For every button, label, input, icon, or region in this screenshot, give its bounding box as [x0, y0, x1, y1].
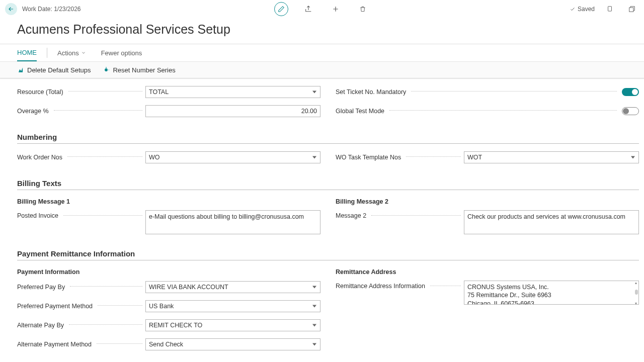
menu-actions[interactable]: Actions — [57, 49, 86, 57]
alt-method-label: Alternate Payment Method — [17, 341, 95, 348]
alt-method-select[interactable]: Send Check — [145, 338, 320, 350]
svg-rect-1 — [629, 8, 633, 12]
overage-input[interactable] — [145, 105, 320, 117]
alt-pay-by-label: Alternate Pay By — [17, 322, 67, 329]
billing-msg1-header: Billing Message 1 — [17, 198, 320, 205]
pref-pay-by-label: Preferred Pay By — [17, 284, 68, 291]
chevron-down-icon — [81, 50, 86, 55]
pref-method-label: Preferred Payment Method — [17, 303, 96, 310]
set-ticket-toggle[interactable] — [622, 88, 639, 96]
alt-pay-by-select[interactable]: REMIT CHECK TO — [145, 319, 320, 331]
resource-total-label: Resource (Total) — [17, 88, 66, 96]
billing-msg2-header: Billing Message 2 — [336, 198, 639, 205]
edit-icon[interactable] — [274, 2, 288, 16]
scroll-down-icon[interactable]: ▾ — [634, 302, 638, 305]
expand-icon[interactable] — [625, 2, 639, 16]
delete-setups-icon — [17, 66, 24, 73]
reset-number-series-button[interactable]: Reset Number Series — [103, 66, 175, 74]
wo-nos-label: Work Order Nos — [17, 154, 65, 161]
svg-rect-0 — [608, 7, 612, 11]
global-test-toggle[interactable] — [622, 107, 639, 115]
posted-invoice-label: Posted Invoice — [17, 210, 61, 219]
message2-label: Message 2 — [336, 210, 369, 219]
new-icon[interactable] — [329, 2, 343, 16]
wo-task-label: WO Task Template Nos — [336, 154, 404, 161]
resource-total-select[interactable]: TOTAL — [145, 86, 320, 98]
numbering-header: Numbering — [17, 133, 639, 144]
menu-fewer-options[interactable]: Fewer options — [101, 49, 142, 57]
pref-method-select[interactable]: US Bank — [145, 300, 320, 312]
payment-info-header: Payment Information — [17, 268, 320, 276]
pin-icon[interactable] — [603, 2, 617, 16]
saved-indicator: Saved — [570, 6, 595, 13]
scroll-up-icon[interactable]: ▴ — [634, 282, 638, 285]
message2-textarea[interactable] — [464, 210, 639, 234]
billing-header: Billing Texts — [17, 179, 639, 190]
work-date: Work Date: 1/23/2026 — [22, 6, 81, 13]
payment-header: Payment Remittance Information — [17, 249, 639, 260]
share-icon[interactable] — [301, 2, 315, 16]
remit-addr-header: Remittance Address — [336, 268, 639, 276]
remit-addr-textarea[interactable] — [464, 281, 639, 305]
delete-default-setups-button[interactable]: Delete Default Setups — [17, 66, 91, 74]
posted-invoice-textarea[interactable] — [145, 210, 320, 234]
pref-pay-by-select[interactable]: WIRE VIA BANK ACCOUNT — [145, 281, 320, 293]
page-title: Acumens Professional Services Setup — [0, 18, 644, 44]
reset-numbers-icon — [103, 66, 110, 73]
delete-icon[interactable] — [356, 2, 370, 16]
scrollbar-thumb[interactable] — [635, 290, 638, 295]
back-button[interactable] — [5, 3, 17, 15]
remit-addr-label: Remittance Address Information — [336, 281, 428, 290]
global-test-label: Global Test Mode — [336, 108, 387, 115]
menu-home[interactable]: HOME — [17, 44, 37, 61]
overage-label: Overage % — [17, 108, 52, 115]
set-ticket-label: Set Ticket No. Mandatory — [336, 88, 409, 96]
svg-point-2 — [105, 68, 108, 71]
wo-nos-select[interactable]: WO — [145, 151, 320, 163]
wo-task-select[interactable]: WOT — [464, 151, 639, 163]
